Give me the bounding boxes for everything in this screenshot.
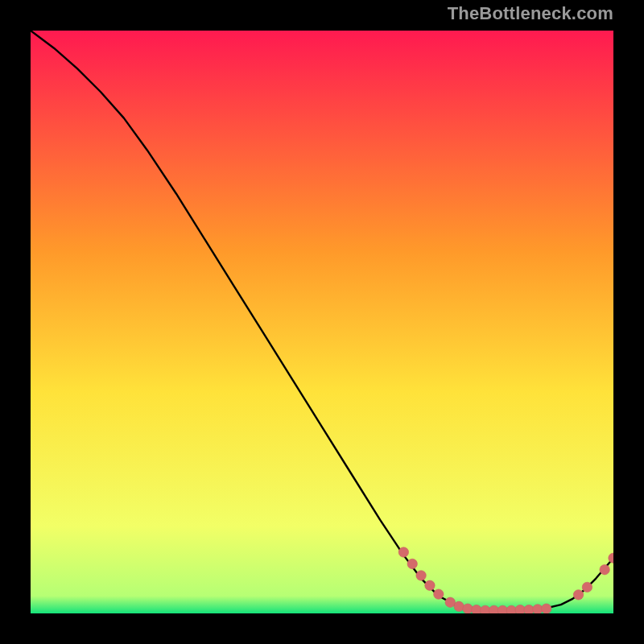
data-point-marker	[434, 589, 444, 599]
data-point-marker	[463, 604, 473, 613]
data-point-marker	[425, 580, 435, 590]
data-point-marker	[542, 604, 551, 613]
data-point-marker	[398, 547, 408, 557]
chart-stage: TheBottleneck.com	[0, 0, 644, 644]
data-point-marker	[506, 605, 516, 613]
bottleneck-chart	[31, 31, 613, 613]
data-point-marker	[582, 582, 592, 592]
data-point-marker	[533, 605, 543, 613]
watermark-text: TheBottleneck.com	[448, 5, 613, 23]
data-point-marker	[497, 605, 507, 613]
data-point-marker	[489, 605, 498, 613]
data-point-marker	[481, 605, 490, 613]
data-point-marker	[454, 601, 464, 611]
data-point-marker	[515, 605, 525, 613]
data-point-marker	[472, 605, 481, 613]
gradient-background	[31, 31, 613, 613]
data-point-marker	[407, 559, 417, 568]
data-point-marker	[416, 571, 426, 580]
data-point-marker	[573, 590, 583, 600]
data-point-marker	[524, 605, 534, 613]
data-point-marker	[445, 597, 455, 607]
data-point-marker	[600, 565, 609, 575]
